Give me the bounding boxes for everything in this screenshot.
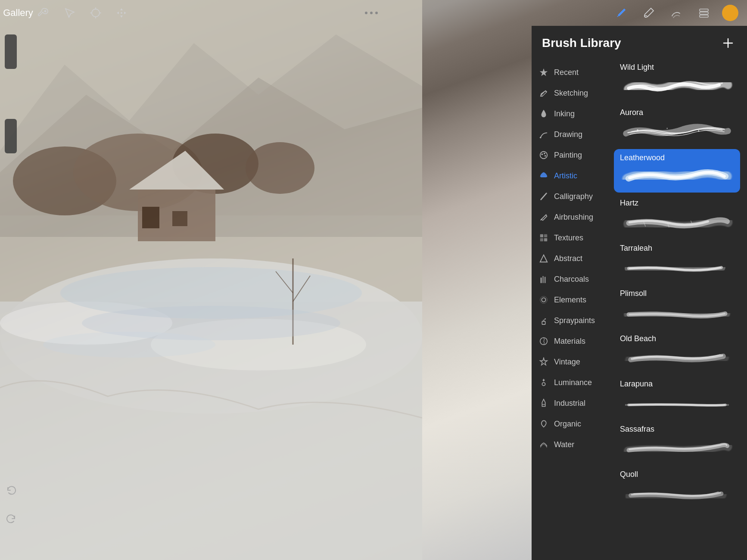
- smudge-tool-button[interactable]: [667, 3, 686, 22]
- category-item-sketching[interactable]: Sketching: [532, 83, 607, 103]
- brush-item-leatherwood[interactable]: Leatherwood: [614, 149, 740, 193]
- plus-icon: [721, 36, 735, 50]
- artistic-icon: [538, 171, 549, 181]
- svg-rect-10: [172, 211, 187, 226]
- category-list: Recent Sketching Inking Drawing: [532, 59, 607, 560]
- brush-name-sassafras: Sassafras: [620, 425, 734, 434]
- brush-item-aurora[interactable]: Aurora: [614, 104, 740, 147]
- svg-point-55: [698, 130, 700, 132]
- svg-point-34: [545, 155, 546, 157]
- brush-item-quoll[interactable]: Quoll: [614, 466, 740, 509]
- brush-item-wild-light[interactable]: Wild Light: [614, 59, 740, 102]
- category-item-spraypaints[interactable]: Spraypaints: [532, 310, 607, 331]
- category-label-vintage: Vintage: [554, 358, 580, 367]
- brush-name-hartz: Hartz: [620, 199, 734, 208]
- svg-rect-37: [540, 234, 543, 237]
- textures-icon: [538, 233, 549, 243]
- vintage-icon: [538, 357, 549, 367]
- svg-point-32: [542, 153, 543, 155]
- category-item-artistic[interactable]: Artistic: [532, 165, 607, 186]
- sidebar-spacer: [5, 72, 17, 84]
- redo-button[interactable]: [3, 512, 19, 527]
- pencil-tool-button[interactable]: [612, 3, 631, 22]
- brush-name-wild-light: Wild Light: [620, 63, 734, 72]
- luminance-icon: [538, 377, 549, 388]
- svg-point-21: [44, 10, 47, 12]
- brush-item-sassafras[interactable]: Sassafras: [614, 420, 740, 464]
- category-item-airbrushing[interactable]: Airbrushing: [532, 207, 607, 227]
- size-slider[interactable]: [5, 34, 17, 69]
- airbrushing-icon: [538, 212, 549, 222]
- brush-name-old-beach: Old Beach: [620, 334, 734, 343]
- category-item-textures[interactable]: Textures: [532, 227, 607, 248]
- brush-name-aurora: Aurora: [620, 108, 734, 117]
- svg-point-46: [540, 296, 548, 304]
- elements-icon: [538, 295, 549, 305]
- painting-icon: [538, 150, 549, 160]
- category-item-organic[interactable]: Organic: [532, 414, 607, 434]
- category-item-materials[interactable]: Materials: [532, 331, 607, 352]
- svg-point-53: [637, 129, 638, 131]
- pencil-active-icon: [615, 6, 628, 19]
- svg-point-6: [246, 142, 314, 194]
- user-avatar[interactable]: [722, 5, 738, 21]
- water-icon: [538, 439, 549, 450]
- gallery-label: Gallery: [3, 7, 33, 19]
- organic-icon: [538, 419, 549, 429]
- category-label-recent: Recent: [554, 68, 579, 77]
- category-item-luminance[interactable]: Luminance: [532, 372, 607, 393]
- sketching-icon: [538, 88, 549, 98]
- undo-redo-group: [3, 483, 19, 534]
- redo-icon: [5, 513, 17, 526]
- svg-point-30: [540, 137, 542, 139]
- move-tool-button[interactable]: [112, 3, 131, 22]
- dot-2: [370, 12, 373, 14]
- svg-point-22: [92, 9, 100, 17]
- svg-rect-40: [544, 238, 547, 241]
- category-item-elements[interactable]: Elements: [532, 289, 607, 310]
- wrench-tool-button[interactable]: [34, 3, 53, 22]
- transform-icon: [90, 7, 102, 19]
- brush-panel-header: Brush Library: [532, 26, 747, 59]
- selection-tool-button[interactable]: [60, 3, 79, 22]
- undo-button[interactable]: [3, 483, 19, 499]
- brush-stroke-wild-light: [620, 75, 734, 98]
- category-label-painting: Painting: [554, 151, 582, 160]
- svg-point-31: [540, 152, 548, 159]
- category-item-vintage[interactable]: Vintage: [532, 352, 607, 372]
- brush-item-hartz[interactable]: Hartz: [614, 194, 740, 238]
- category-label-charcoals: Charcoals: [554, 275, 589, 284]
- category-label-industrial: Industrial: [554, 399, 585, 408]
- add-brush-button[interactable]: [719, 34, 737, 52]
- category-item-industrial[interactable]: Industrial: [532, 393, 607, 414]
- category-item-recent[interactable]: Recent: [532, 62, 607, 83]
- spraypaints-icon: [538, 315, 549, 326]
- category-item-drawing[interactable]: Drawing: [532, 124, 607, 145]
- category-item-painting[interactable]: Painting: [532, 145, 607, 165]
- layers-button[interactable]: [694, 3, 713, 22]
- category-item-inking[interactable]: Inking: [532, 103, 607, 124]
- category-label-inking: Inking: [554, 109, 575, 118]
- brush-item-tarraleah[interactable]: Tarraleah: [614, 240, 740, 283]
- brush-stroke-aurora: [620, 121, 734, 143]
- brush-item-old-beach[interactable]: Old Beach: [614, 330, 740, 373]
- transform-tool-button[interactable]: [86, 3, 105, 22]
- svg-rect-48: [543, 320, 545, 321]
- calligraphy-icon: [538, 191, 549, 202]
- category-item-calligraphy[interactable]: Calligraphy: [532, 186, 607, 207]
- brush-stroke-plimsoll: [620, 302, 734, 324]
- brush-tool-button[interactable]: [639, 3, 658, 22]
- svg-marker-41: [540, 255, 548, 262]
- svg-rect-43: [542, 276, 544, 283]
- category-label-airbrushing: Airbrushing: [554, 213, 593, 222]
- brush-item-larapuna[interactable]: Larapuna: [614, 375, 740, 419]
- gallery-button[interactable]: Gallery: [9, 3, 28, 22]
- brush-item-plimsoll[interactable]: Plimsoll: [614, 285, 740, 328]
- top-bar: Gallery: [0, 0, 747, 26]
- category-item-abstract[interactable]: Abstract: [532, 248, 607, 269]
- category-item-charcoals[interactable]: Charcoals: [532, 269, 607, 289]
- opacity-slider[interactable]: [5, 119, 17, 153]
- dot-3: [375, 12, 378, 14]
- category-item-water[interactable]: Water: [532, 434, 607, 455]
- category-label-sketching: Sketching: [554, 89, 588, 98]
